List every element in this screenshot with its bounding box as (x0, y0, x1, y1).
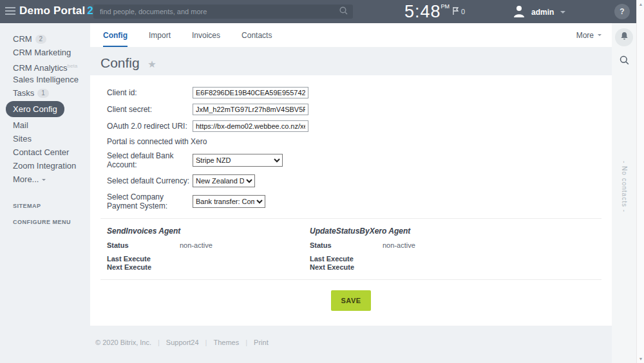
help-button[interactable]: ? (614, 4, 630, 19)
save-row: SAVE (107, 288, 595, 311)
footer-separator: | (158, 339, 160, 346)
footer-link-themes[interactable]: Themes (213, 339, 239, 346)
next-execute-label: Next Execute (107, 263, 180, 271)
copyright-text: © 2020 Bitrix, Inc. (95, 339, 151, 346)
favorite-star-icon[interactable]: ★ (147, 59, 156, 70)
oauth-uri-input[interactable] (193, 120, 308, 132)
tab-import[interactable]: Import (149, 23, 171, 47)
currency-row: Select default Currency: New Zealand Dol… (107, 174, 595, 187)
status-label: Status (107, 241, 180, 249)
status-label: Status (310, 241, 383, 249)
crm-badge: 2 (35, 35, 47, 44)
agent-next-execute-row: Next Execute (107, 263, 310, 271)
client-id-row: Client id: (107, 87, 595, 98)
right-rail: - No contacts - (612, 23, 636, 363)
page-header: Config ★ (90, 47, 612, 75)
tab-contacts[interactable]: Contacts (242, 23, 272, 47)
agent-title: UpdateStatusByXero Agent (310, 227, 513, 236)
search-icon (620, 55, 629, 68)
brand-name: Demo Portal (19, 5, 85, 17)
send-invoices-agent: SendInvoices Agent Status non-active Las… (107, 227, 310, 272)
sidebar-item-tasks[interactable]: Tasks1 (13, 86, 90, 100)
beta-tag: beta (68, 63, 78, 69)
top-bar: Demo Portal24 5:48PM 0 admin ? (0, 0, 636, 23)
last-execute-label: Last Execute (310, 255, 383, 263)
oauth-uri-row: OAuth 2.0 redirect URI: (107, 120, 595, 132)
footer-link-support24[interactable]: Support24 (166, 339, 199, 346)
sidebar: CRM2 CRM Marketing CRM Analyticsbeta Sal… (0, 23, 90, 363)
flag-icon (453, 7, 459, 16)
footer-separator: | (245, 339, 247, 346)
sidebar-item-zoom-integration[interactable]: Zoom Integration (13, 159, 90, 172)
payment-system-row: Select Company Payment System: Bank tran… (107, 192, 595, 210)
currency-label: Select default Currency: (107, 176, 193, 185)
sidebar-item-crm-marketing[interactable]: CRM Marketing (13, 46, 90, 59)
sidebar-configure-menu-link[interactable]: CONFIGURE MENU (13, 219, 90, 225)
bank-account-select[interactable]: Stripe NZD (193, 154, 283, 167)
status-value: non-active (383, 241, 415, 249)
client-secret-row: Client secret: (107, 104, 595, 115)
notification-flag[interactable]: 0 (453, 7, 465, 16)
page-title: Config (100, 55, 140, 70)
chevron-down-icon (560, 11, 565, 14)
agent-last-execute-row: Last Execute (107, 255, 310, 263)
main-content: Config Import Invoices Contacts More Con… (90, 23, 612, 363)
connection-status-text: Portal is connected with Xero (107, 137, 207, 146)
clock[interactable]: 5:48PM (404, 2, 450, 22)
next-execute-label: Next Execute (310, 263, 383, 271)
agent-title: SendInvoices Agent (107, 227, 310, 236)
client-id-label: Client id: (107, 88, 193, 97)
sidebar-item-sales-intelligence[interactable]: Sales Intelligence (13, 73, 90, 86)
agent-next-execute-row: Next Execute (310, 263, 513, 271)
divider (100, 218, 601, 219)
rail-search-button[interactable] (615, 55, 633, 68)
connection-status-row: Portal is connected with Xero (107, 137, 595, 146)
oauth-uri-label: OAuth 2.0 redirect URI: (107, 122, 193, 131)
sidebar-item-contact-center[interactable]: Contact Center (13, 145, 90, 159)
bank-account-row: Select default Bank Account: Stripe NZD (107, 151, 595, 169)
agents-section: SendInvoices Agent Status non-active Las… (107, 227, 595, 272)
payment-system-label: Select Company Payment System: (107, 192, 193, 210)
tab-more-button[interactable]: More (576, 23, 601, 47)
page-footer: © 2020 Bitrix, Inc. | Support24 | Themes… (90, 326, 612, 346)
status-value: non-active (180, 241, 213, 249)
notifications-button[interactable] (615, 28, 633, 46)
footer-separator: | (205, 339, 207, 346)
sidebar-item-sites[interactable]: Sites (13, 132, 90, 145)
tasks-badge: 1 (37, 89, 49, 98)
client-secret-label: Client secret: (107, 105, 193, 114)
save-button[interactable]: SAVE (331, 290, 370, 311)
sidebar-sitemap-link[interactable]: SITEMAP (13, 203, 90, 209)
user-name: admin (531, 8, 554, 17)
client-id-input[interactable] (193, 87, 308, 98)
scroll-down-arrow-icon[interactable]: ▼ (637, 357, 644, 361)
sidebar-item-mail[interactable]: Mail (13, 118, 90, 132)
sidebar-item-xero-config[interactable]: Xero Config (6, 101, 90, 117)
update-status-agent: UpdateStatusByXero Agent Status non-acti… (310, 227, 513, 272)
bank-account-label: Select default Bank Account: (107, 151, 193, 169)
config-panel: Client id: Client secret: OAuth 2.0 redi… (90, 75, 612, 326)
tab-config[interactable]: Config (103, 23, 128, 47)
footer-link-print[interactable]: Print (254, 339, 269, 346)
sidebar-item-crm[interactable]: CRM2 (13, 32, 90, 46)
sidebar-item-more[interactable]: More... (13, 172, 90, 186)
global-search-input[interactable] (93, 8, 339, 15)
sidebar-item-crm-analytics[interactable]: CRM Analyticsbeta (13, 59, 90, 73)
payment-system-select[interactable]: Bank transfer: Companies (193, 195, 265, 208)
agent-status-row: Status non-active (107, 241, 310, 249)
currency-select[interactable]: New Zealand Dollar (193, 174, 255, 187)
clock-meridiem: PM (441, 3, 450, 10)
divider (100, 279, 601, 280)
user-avatar-icon (512, 4, 526, 21)
user-menu[interactable]: admin (512, 4, 565, 21)
global-search (93, 5, 353, 19)
page-scrollbar[interactable]: ▲ ▼ (636, 0, 644, 363)
flag-count: 0 (461, 8, 465, 15)
tab-invoices[interactable]: Invoices (192, 23, 220, 47)
client-secret-input[interactable] (193, 104, 308, 115)
search-icon[interactable] (339, 6, 348, 17)
brand-logo[interactable]: Demo Portal24 (19, 5, 100, 17)
last-execute-label: Last Execute (107, 255, 180, 263)
scroll-up-arrow-icon[interactable]: ▲ (637, 2, 644, 6)
menu-hamburger-icon[interactable] (5, 7, 15, 16)
